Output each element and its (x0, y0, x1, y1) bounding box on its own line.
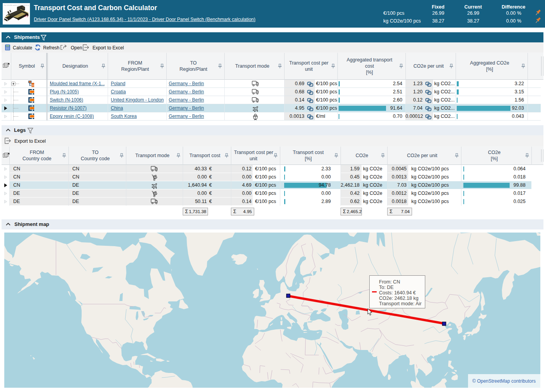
svg-text:Part 123.456 switch_v2 (v1.0.0: Part 123.456 switch_v2 (v1.0.005 %.1) (3, 5, 29, 6)
